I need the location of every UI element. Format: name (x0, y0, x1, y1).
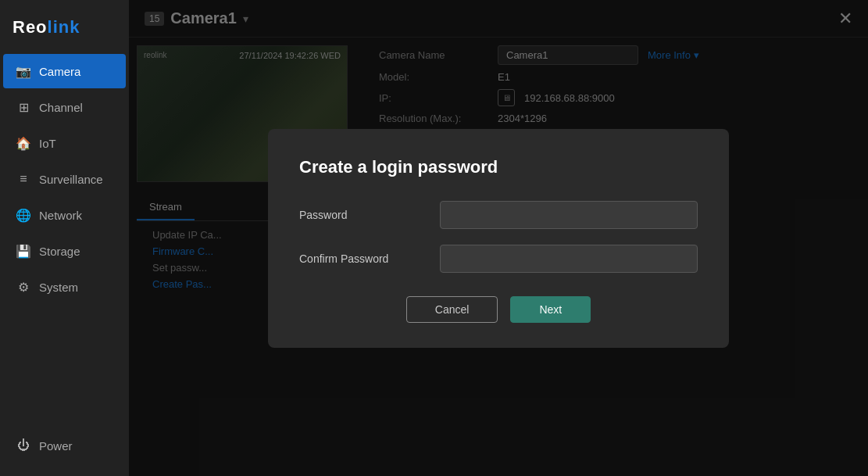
next-button[interactable]: Next (510, 296, 591, 323)
logo: Reolink (0, 9, 129, 53)
channel-icon: ⊞ (16, 99, 31, 115)
sidebar-item-surveillance[interactable]: ≡ Surveillance (3, 162, 126, 196)
sidebar-item-network[interactable]: 🌐 Network (3, 198, 126, 232)
iot-icon: 🏠 (16, 135, 31, 151)
sidebar-item-power[interactable]: ⏻ Power (3, 428, 126, 463)
modal-overlay: Create a login password Password Confirm… (129, 0, 868, 476)
sidebar-item-label: Channel (39, 101, 83, 114)
cancel-button[interactable]: Cancel (406, 296, 498, 323)
password-input[interactable] (440, 201, 698, 229)
system-icon: ⚙ (16, 279, 31, 295)
storage-icon: 💾 (16, 243, 31, 259)
sidebar-item-label: IoT (39, 137, 56, 150)
sidebar: Reolink 📷 Camera ⊞ Channel 🏠 IoT ≡ Surve… (0, 0, 129, 476)
modal-title: Create a login password (299, 157, 698, 177)
sidebar-item-iot[interactable]: 🏠 IoT (3, 126, 126, 160)
sidebar-item-label: Surveillance (39, 173, 103, 186)
sidebar-item-system[interactable]: ⚙ System (3, 270, 126, 304)
sidebar-item-storage[interactable]: 💾 Storage (3, 234, 126, 268)
logo-reo: Reo (13, 17, 48, 37)
modal-buttons: Cancel Next (299, 296, 698, 323)
sidebar-item-label: Camera (39, 65, 80, 78)
confirm-password-field-row: Confirm Password (299, 245, 698, 273)
network-icon: 🌐 (16, 207, 31, 223)
sidebar-item-channel[interactable]: ⊞ Channel (3, 90, 126, 124)
logo-link: link (48, 17, 80, 37)
sidebar-item-label: Network (39, 209, 82, 222)
password-field-row: Password (299, 201, 698, 229)
sidebar-bottom: ⏻ Power (0, 428, 129, 476)
sidebar-item-label: Storage (39, 245, 80, 258)
power-icon: ⏻ (16, 438, 31, 453)
surveillance-icon: ≡ (16, 171, 31, 187)
password-label: Password (299, 209, 440, 221)
camera-icon: 📷 (16, 63, 31, 79)
main-content: 15 Camera1 ▾ ✕ reolink 27/11/2024 19:42:… (129, 0, 868, 476)
sidebar-item-label: Power (39, 439, 73, 453)
sidebar-item-label: System (39, 281, 78, 294)
sidebar-item-camera[interactable]: 📷 Camera (3, 54, 126, 88)
confirm-password-input[interactable] (440, 245, 698, 273)
confirm-password-label: Confirm Password (299, 252, 440, 265)
modal-dialog: Create a login password Password Confirm… (268, 129, 729, 348)
